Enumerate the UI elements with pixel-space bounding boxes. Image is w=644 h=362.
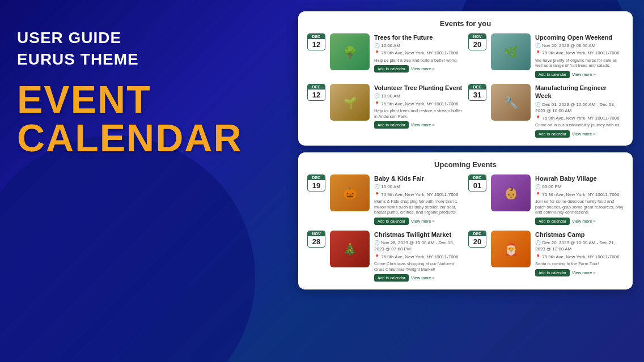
event-actions-christmas-camp: Add to calendar View more » xyxy=(535,269,624,276)
left-panel: USER GUIDE EURUS THEME EVENT CALENDAR xyxy=(17,28,261,157)
view-more-volunteer[interactable]: View more » xyxy=(411,122,435,127)
add-to-calendar-volunteer[interactable]: Add to calendar xyxy=(374,121,409,129)
event-date-howrah: Dec 01 xyxy=(468,174,486,191)
event-loc-volunteer: 📍 75 9th Ave, New York, NY 10011-7006 xyxy=(374,101,463,107)
event-actions-volunteer: Add to calendar View more » xyxy=(374,121,463,129)
event-item-baby: Dec 19 🎃 Baby & Kids Fair 🕙 10:00 AM � xyxy=(307,174,463,225)
event-item-christmas-twilight: Nov 28 🎄 Christmas Twilight Market 🕙 Nov… xyxy=(307,231,463,282)
event-image-christmas-twilight: 🎄 xyxy=(330,231,370,267)
event-time-trees: 🕙 10:00 AM xyxy=(374,42,463,49)
view-more-baby[interactable]: View more » xyxy=(411,219,435,224)
event-actions-trees: Add to calendar View more » xyxy=(374,65,463,73)
add-to-calendar-trees[interactable]: Add to calendar xyxy=(374,65,409,73)
event-thumb-trees: 🌳 xyxy=(330,33,370,70)
event-time-christmas-camp: 🕙 Dec 20, 2023 @ 10:00 AM - Dec 21, 2023… xyxy=(535,240,624,252)
event-thumb-volunteer: 🌱 xyxy=(330,84,370,121)
event-time-upcoming: 🕙 Nov 20, 2023 @ 08:00 AM xyxy=(535,42,624,49)
event-date-christmas-twilight: Nov 28 xyxy=(307,231,325,248)
event-date-volunteer: Dec 12 xyxy=(307,84,325,101)
event-info-manufacturing: Manufacturing Engineer Week 🕙 Dec 01, 20… xyxy=(535,84,624,138)
event-thumb-christmas-twilight: 🎄 xyxy=(330,231,370,267)
upcoming-events-widget: Upcoming Events Dec 19 🎃 Baby & Kids Fai… xyxy=(298,152,633,289)
right-panel: Events for you Dec 12 🌳 Trees for the Fu… xyxy=(298,11,633,296)
view-more-trees[interactable]: View more » xyxy=(411,66,435,71)
event-loc-upcoming: 📍 75 9th Ave, New York, NY 10011-7006 xyxy=(535,50,624,56)
event-image-manufacturing: 🔧 xyxy=(491,84,531,121)
event-thumb-baby: 🎃 xyxy=(330,174,370,211)
event-loc-christmas-camp: 📍 75 9th Ave, New York, NY 10011-7006 xyxy=(535,254,624,260)
widget1-events-grid: Dec 12 🌳 Trees for the Future 🕙 10:00 AM xyxy=(307,33,624,138)
event-actions-manufacturing: Add to calendar View more » xyxy=(535,130,624,138)
event-actions-upcoming: Add to calendar View more » xyxy=(535,71,624,78)
event-actions-howrah: Add to calendar View more » xyxy=(535,218,624,225)
event-loc-manufacturing: 📍 75 9th Ave, New York, NY 10011-7006 xyxy=(535,115,624,121)
view-more-upcoming[interactable]: View more » xyxy=(572,72,596,77)
event-date-baby: Dec 19 xyxy=(307,174,325,191)
event-time-volunteer: 🕙 10:00 AM xyxy=(374,93,463,99)
event-thumb-christmas-camp: 🎅 xyxy=(491,231,531,267)
event-image-trees: 🌳 xyxy=(330,33,370,70)
event-item-christmas-camp: Dec 20 🎅 Christmas Camp 🕙 Dec 20, 2023 @… xyxy=(468,231,624,282)
event-info-christmas-twilight: Christmas Twilight Market 🕙 Nov 28, 2023… xyxy=(374,231,463,282)
event-time-christmas-twilight: 🕙 Nov 28, 2023 @ 10:00 AM - Dec 15, 2023… xyxy=(374,240,463,252)
view-more-christmas-twilight[interactable]: View more » xyxy=(411,275,435,280)
event-image-howrah: 👶 xyxy=(491,174,531,211)
eurus-theme-label: EURUS THEME xyxy=(17,50,261,69)
event-time-howrah: 🕙 03:00 PM xyxy=(535,184,624,190)
event-item-howrah: Dec 01 👶 Howrah Baby Village 🕙 03:00 PM xyxy=(468,174,624,225)
event-actions-christmas-twilight: Add to calendar View more » xyxy=(374,274,463,282)
event-actions-baby: Add to calendar View more » xyxy=(374,218,463,225)
event-item-trees: Dec 12 🌳 Trees for the Future 🕙 10:00 AM xyxy=(307,33,463,78)
widget1-title: Events for you xyxy=(307,19,624,28)
event-image-upcoming: 🌿 xyxy=(491,33,531,70)
event-image-volunteer: 🌱 xyxy=(330,84,370,121)
add-to-calendar-manufacturing[interactable]: Add to calendar xyxy=(535,130,570,138)
event-loc-christmas-twilight: 📍 75 9th Ave, New York, NY 10011-7006 xyxy=(374,254,463,260)
event-loc-howrah: 📍 75 9th Ave, New York, NY 10011-7006 xyxy=(535,191,624,198)
event-info-howrah: Howrah Baby Village 🕙 03:00 PM 📍 75 9th … xyxy=(535,174,624,225)
event-image-christmas-camp: 🎅 xyxy=(491,231,531,267)
view-more-howrah[interactable]: View more » xyxy=(572,219,596,224)
event-date-manufacturing: Dec 31 xyxy=(468,84,486,101)
event-thumb-upcoming: 🌿 xyxy=(491,33,531,70)
event-loc-trees: 📍 75 9th Ave, New York, NY 10011-7006 xyxy=(374,50,463,56)
event-image-baby: 🎃 xyxy=(330,174,370,211)
event-loc-baby: 📍 75 9th Ave, New York, NY 10011-7006 xyxy=(374,191,463,198)
event-time-baby: 🕙 10:00 AM xyxy=(374,184,463,190)
add-to-calendar-howrah[interactable]: Add to calendar xyxy=(535,218,570,225)
add-to-calendar-christmas-twilight[interactable]: Add to calendar xyxy=(374,274,409,282)
view-more-christmas-camp[interactable]: View more » xyxy=(572,270,596,275)
add-to-calendar-upcoming[interactable]: Add to calendar xyxy=(535,71,570,78)
event-calendar-label: EVENT CALENDAR xyxy=(17,80,261,157)
event-thumb-manufacturing: 🔧 xyxy=(491,84,531,121)
widget2-title: Upcoming Events xyxy=(307,160,624,169)
event-info-trees: Trees for the Future 🕙 10:00 AM 📍 75 9th… xyxy=(374,33,463,73)
event-date-upcoming: Nov 20 xyxy=(468,33,486,50)
add-to-calendar-christmas-camp[interactable]: Add to calendar xyxy=(535,269,570,276)
event-thumb-howrah: 👶 xyxy=(491,174,531,211)
event-info-volunteer: Volunteer Tree Planting Event 🕙 10:00 AM… xyxy=(374,84,463,129)
event-info-christmas-camp: Christmas Camp 🕙 Dec 20, 2023 @ 10:00 AM… xyxy=(535,231,624,276)
event-item-volunteer: Dec 12 🌱 Volunteer Tree Planting Event 🕙… xyxy=(307,84,463,138)
bg-decoration-arc xyxy=(0,135,255,362)
event-date-christmas-camp: Dec 20 xyxy=(468,231,486,248)
event-item-upcoming: Nov 20 🌿 Upcoming Open Weekend 🕙 Nov 20,… xyxy=(468,33,624,78)
add-to-calendar-baby[interactable]: Add to calendar xyxy=(374,218,409,225)
event-item-manufacturing: Dec 31 🔧 Manufacturing Engineer Week 🕙 D… xyxy=(468,84,624,138)
event-info-baby: Baby & Kids Fair 🕙 10:00 AM 📍 75 9th Ave… xyxy=(374,174,463,225)
view-more-manufacturing[interactable]: View more » xyxy=(572,131,596,137)
event-date-trees: Dec 12 xyxy=(307,33,325,50)
events-for-you-widget: Events for you Dec 12 🌳 Trees for the Fu… xyxy=(298,11,633,146)
event-time-manufacturing: 🕙 Dec 01, 2023 @ 10:00 AM - Dec 08, 2023… xyxy=(535,101,624,114)
event-info-upcoming: Upcoming Open Weekend 🕙 Nov 20, 2023 @ 0… xyxy=(535,33,624,78)
user-guide-label: USER GUIDE xyxy=(17,28,261,48)
widget2-events-grid: Dec 19 🎃 Baby & Kids Fair 🕙 10:00 AM � xyxy=(307,174,624,282)
